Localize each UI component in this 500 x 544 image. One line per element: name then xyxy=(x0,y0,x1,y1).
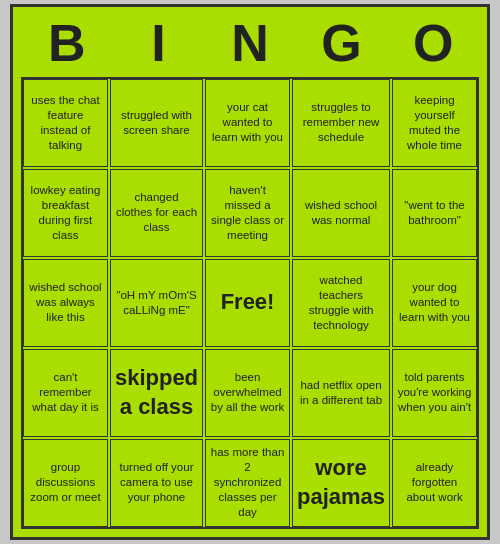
bingo-cell-21[interactable]: turned off your camera to use your phone xyxy=(110,439,203,527)
header-letter-O: O xyxy=(389,15,477,72)
bingo-cell-14[interactable]: your dog wanted to learn with you xyxy=(392,259,477,347)
bingo-cell-9[interactable]: "went to the bathroom" xyxy=(392,169,477,257)
bingo-cell-20[interactable]: group discussions zoom or meet xyxy=(23,439,108,527)
header-letter-N: N xyxy=(206,15,294,72)
bingo-cell-8[interactable]: wished school was normal xyxy=(292,169,390,257)
bingo-cell-22[interactable]: has more than 2 synchronized classes per… xyxy=(205,439,290,527)
bingo-header: BINGO xyxy=(21,15,479,72)
bingo-cell-0[interactable]: uses the chat feature instead of talking xyxy=(23,79,108,167)
header-letter-B: B xyxy=(23,15,111,72)
bingo-cell-16[interactable]: skipped a class xyxy=(110,349,203,437)
bingo-cell-5[interactable]: lowkey eating breakfast during first cla… xyxy=(23,169,108,257)
bingo-cell-15[interactable]: can't remember what day it is xyxy=(23,349,108,437)
bingo-cell-10[interactable]: wished school was always like this xyxy=(23,259,108,347)
bingo-cell-19[interactable]: told parents you're working when you ain… xyxy=(392,349,477,437)
bingo-cell-4[interactable]: keeping yourself muted the whole time xyxy=(392,79,477,167)
bingo-cell-13[interactable]: watched teachers struggle with technolog… xyxy=(292,259,390,347)
bingo-cell-12[interactable]: Free! xyxy=(205,259,290,347)
bingo-cell-23[interactable]: wore pajamas xyxy=(292,439,390,527)
bingo-cell-1[interactable]: struggled with screen share xyxy=(110,79,203,167)
bingo-cell-2[interactable]: your cat wanted to learn with you xyxy=(205,79,290,167)
bingo-card: BINGO uses the chat feature instead of t… xyxy=(10,4,490,539)
bingo-cell-3[interactable]: struggles to remember new schedule xyxy=(292,79,390,167)
bingo-cell-6[interactable]: changed clothes for each class xyxy=(110,169,203,257)
bingo-cell-11[interactable]: "oH mY mOm'S caLLiNg mE" xyxy=(110,259,203,347)
bingo-cell-7[interactable]: haven't missed a single class or meeting xyxy=(205,169,290,257)
bingo-cell-17[interactable]: been overwhelmed by all the work xyxy=(205,349,290,437)
bingo-cell-18[interactable]: had netflix open in a different tab xyxy=(292,349,390,437)
header-letter-G: G xyxy=(298,15,386,72)
bingo-grid: uses the chat feature instead of talking… xyxy=(21,77,479,529)
bingo-cell-24[interactable]: already forgotten about work xyxy=(392,439,477,527)
header-letter-I: I xyxy=(114,15,202,72)
